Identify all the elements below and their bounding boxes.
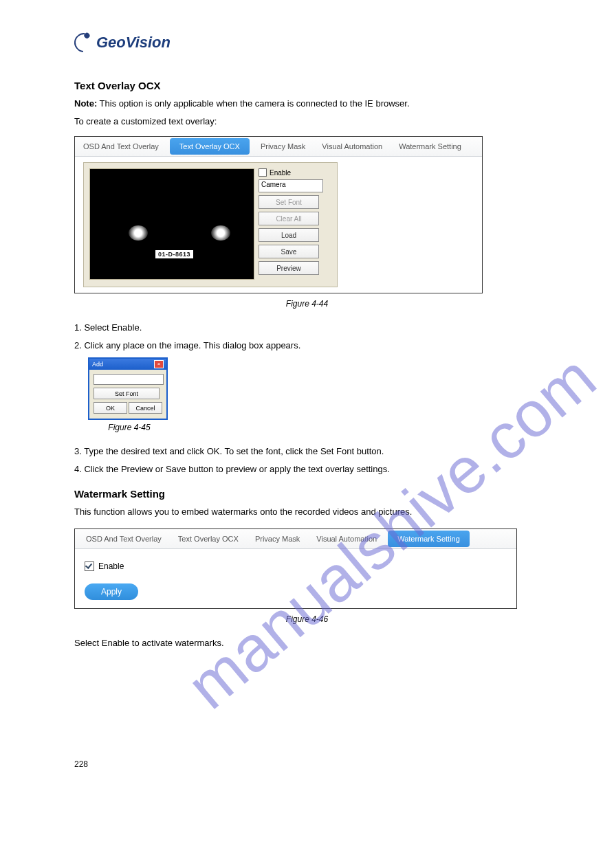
ok-button[interactable]: OK [94,402,127,414]
tab-privacy-mask[interactable]: Privacy Mask [252,137,314,156]
tab-visual-automation[interactable]: Visual Automation [308,529,385,548]
load-button[interactable]: Load [259,228,319,242]
close-icon[interactable]: × [154,360,164,368]
clear-all-button[interactable]: Clear All [259,212,319,225]
figure-4-44-panel: OSD And Text Overlay Text Overlay OCX Pr… [74,136,483,293]
section-watermark-setting-title: Watermark Setting [74,488,540,500]
step-1: 1. Select Enable. [74,321,540,335]
figure-4-44-caption: Figure 4-44 [104,299,511,309]
tab-bar-2: OSD And Text Overlay Text Overlay OCX Pr… [75,529,516,549]
tab-watermark-setting[interactable]: Watermark Setting [388,531,470,547]
enable-label: Enable [270,169,291,177]
apply-button[interactable]: Apply [85,583,138,600]
tab-text-overlay-ocx[interactable]: Text Overlay OCX [170,529,247,548]
enable-label: Enable [98,561,124,571]
figure-4-46-caption: Figure 4-46 [87,614,528,624]
step-3: 3. Type the desired text and click OK. T… [74,445,540,458]
logo-text: GeoVision [96,34,171,52]
note-label: Note: [74,98,97,109]
tab-privacy-mask[interactable]: Privacy Mask [247,529,308,548]
tab-osd[interactable]: OSD And Text Overlay [78,529,170,548]
tab-watermark-setting[interactable]: Watermark Setting [391,137,470,156]
save-button[interactable]: Save [259,245,319,258]
tab-visual-automation[interactable]: Visual Automation [314,137,391,156]
dialog-set-font-button[interactable]: Set Font [94,388,160,399]
intro-text: To create a customized text overlay: [74,115,540,129]
tab-osd[interactable]: OSD And Text Overlay [75,137,167,156]
camera-preview[interactable]: 01-D-8613 [89,168,254,280]
add-dialog-title: Add [92,361,103,368]
note-line: Note: This option is only applicable whe… [74,97,540,111]
add-dialog: Add × Set Font OK Cancel [88,357,168,420]
closing-text: Select Enable to activate watermarks. [74,636,540,650]
camera-name-input[interactable]: Camera [259,179,323,192]
tab-text-overlay-ocx[interactable]: Text Overlay OCX [170,138,250,155]
logo: GeoVision [74,33,540,52]
watermark-para: This function allows you to embed waterm… [74,505,540,519]
tab-bar: OSD And Text Overlay Text Overlay OCX Pr… [75,137,482,157]
set-font-button[interactable]: Set Font [259,195,319,209]
add-text-input[interactable] [94,374,164,385]
headlight-icon [129,225,148,241]
step-4: 4. Click the Preview or Save button to p… [74,463,540,476]
section-text-overlay-ocx-title: Text Overlay OCX [74,80,540,91]
enable-checkbox-checked[interactable] [85,561,94,571]
headlight-icon [211,225,230,241]
license-plate: 01-D-8613 [155,250,193,258]
figure-4-45-caption: Figure 4-45 [88,423,171,432]
note-text: This option is only applicable when the … [100,98,410,109]
cancel-button[interactable]: Cancel [129,402,162,414]
step-2: 2. Click any place on the image. This di… [74,339,540,353]
preview-button[interactable]: Preview [259,261,319,275]
page-number: 228 [74,759,540,769]
figure-4-46-panel: OSD And Text Overlay Text Overlay OCX Pr… [74,528,517,609]
enable-checkbox[interactable] [259,168,267,177]
logo-arc-icon [70,29,97,56]
